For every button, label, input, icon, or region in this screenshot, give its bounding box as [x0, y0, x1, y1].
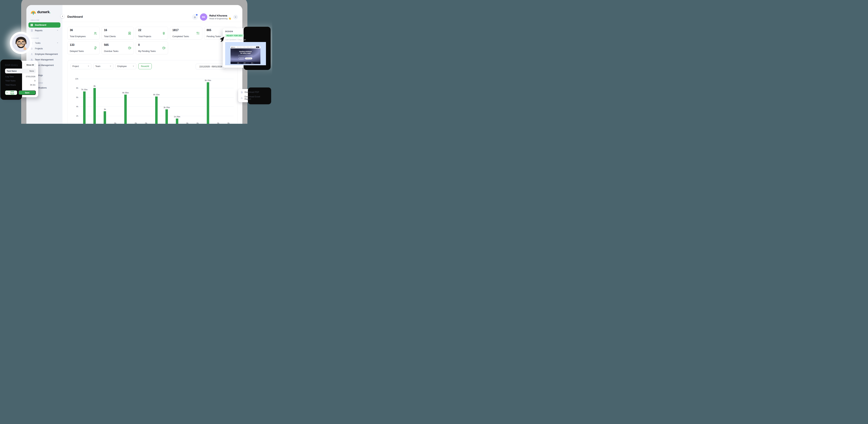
site-stat: +1000subscribed: [243, 63, 249, 64]
dsr-row: Task NameNone: [5, 69, 36, 73]
site-nav-link: Our Different: [243, 47, 246, 47]
add-task-button[interactable]: Add Task: [5, 90, 17, 95]
dsr-row-key: Total Hours: [5, 84, 16, 86]
chart-panel: Project Team Employee ResetAll 22/12/202…: [67, 60, 238, 124]
stat-card-total-employees[interactable]: 36Total Employees: [67, 27, 100, 39]
app-logo: dunwrk.: [30, 9, 62, 15]
layers-icon: [162, 31, 166, 35]
last-updated-text: Last Updated 2 Days Ago: [225, 38, 266, 41]
sidebar-item-tasks[interactable]: Tasks: [28, 40, 60, 46]
stat-value: 16: [104, 29, 131, 32]
bar-value-label: 7h 15m: [78, 89, 90, 91]
bar-2025-12-30[interactable]: [165, 109, 168, 124]
stat-card-overdue-tasks[interactable]: 565Overdue Tasks: [101, 41, 134, 54]
sidebar-item-label: Tasks: [35, 42, 40, 44]
bar-2025-12-26[interactable]: [124, 95, 127, 124]
stat-card-delayed-tasks[interactable]: 133Delayed Tasks: [67, 41, 100, 54]
date-range-field[interactable]: 22/12/2025 - 05/01/2026: [196, 64, 226, 69]
site-nav-link: Newsletter: [250, 47, 253, 47]
popup-tag: DESIGN: [225, 30, 266, 32]
show-all-button[interactable]: Show All: [25, 63, 36, 67]
reset-all-button[interactable]: ResetAll: [138, 63, 152, 69]
stat-card-my-pending-tasks[interactable]: 0My Pending Tasks: [136, 41, 168, 54]
download-pdf-menu-item[interactable]: Download PDF: [241, 91, 267, 93]
grid-icon: [30, 24, 33, 26]
notifications-bell-button[interactable]: [192, 14, 198, 20]
dsr-title: DSR Entry: [5, 64, 18, 66]
filter-team[interactable]: Team: [93, 63, 113, 69]
gridline: [79, 88, 234, 88]
stat-label: Total Projects: [138, 35, 151, 38]
stat-value: 133: [70, 43, 97, 46]
main-header: Dashboard RK Rahul Khurana Head of Engin…: [62, 5, 242, 22]
logo-icon: [30, 9, 36, 15]
site-nav-link: Features: [240, 47, 242, 47]
sidebar-item-employee-management[interactable]: Employee Management: [28, 52, 60, 57]
page-backdrop: dunwrk. ANALYZEDashboardReportsMANAGETas…: [0, 0, 272, 124]
download-excel-report-menu-item[interactable]: Download Excel Report: [241, 95, 267, 100]
bar-value-label: 6h 10m: [150, 94, 162, 96]
clockalert-icon: [162, 46, 166, 50]
bar-2025-12-22[interactable]: [83, 92, 86, 124]
fileclock-icon: [94, 46, 97, 50]
bar-value-label: 0h: [109, 122, 121, 124]
sidebar-section-label: ANALYZE: [31, 19, 62, 21]
stat-card-total-clients[interactable]: 16Total Clients: [101, 27, 134, 39]
site-navbar: Luhost HomeFeaturesOur DifferentSubscrib…: [230, 46, 260, 48]
user-menu-chevron[interactable]: [233, 15, 238, 19]
user-role: Head of Engineering 👋: [209, 17, 231, 20]
notification-dot: [196, 14, 197, 15]
y-axis-label: 6h: [71, 96, 78, 98]
stat-label: Delayed Tasks: [70, 50, 84, 53]
sidebar-collapse-button[interactable]: [61, 14, 64, 18]
chevron-down-icon: [110, 65, 112, 67]
site-stats-bar: +900users+1000subscribed910good: [230, 62, 260, 64]
filter-employee[interactable]: Employee: [116, 63, 136, 69]
design-thumbnail[interactable]: Luhost HomeFeaturesOur DifferentSubscrib…: [225, 42, 266, 65]
checklist-icon: [196, 31, 200, 35]
users2-icon: [94, 31, 97, 35]
wave-emoji: 👋: [228, 17, 231, 20]
stat-value: 22: [138, 29, 166, 32]
sidebar-item-label: Team Management: [35, 59, 54, 61]
idcard-icon: [128, 31, 131, 35]
stat-label: My Pending Tasks: [138, 50, 156, 53]
filter-project[interactable]: Project: [70, 63, 91, 69]
dsr-row: Log Time07/01/2026: [5, 75, 36, 77]
stat-value: 36: [70, 29, 97, 32]
menu-item-label: Download PDF: [245, 91, 259, 93]
dsr-row-value: 07/01/2026: [26, 75, 35, 77]
bar-value-label: 0h: [222, 122, 235, 124]
file-icon: [241, 91, 243, 93]
y-axis-label: 4h: [71, 105, 78, 108]
bar-2025-12-29[interactable]: [155, 97, 158, 124]
site-hero: Hosting solutionsfor every need web host…: [230, 48, 260, 62]
bar-2025-12-24[interactable]: [104, 111, 106, 124]
user-name: Rahul Khurana: [209, 14, 231, 17]
sidebar-item-dashboard[interactable]: Dashboard: [28, 22, 60, 28]
sidebar-item-label: Projects: [35, 47, 43, 50]
bar-2026-01-03[interactable]: [207, 82, 209, 124]
user-icon: [30, 53, 33, 56]
stat-card-total-projects[interactable]: 22Total Projects: [136, 27, 168, 39]
bar-2025-12-23[interactable]: [93, 88, 96, 124]
dsr-row: Total Hours0h 0m: [5, 84, 36, 86]
user-avatar[interactable]: RK: [200, 13, 207, 21]
page-title: Dashboard: [67, 15, 83, 19]
dsr-row-key: Total Tasks: [5, 80, 16, 82]
clockalert-icon: [128, 46, 131, 50]
floating-avatar: [10, 32, 32, 54]
dsr-row: Total Tasks0: [5, 80, 36, 82]
design-popup: DESIGN READY FOR DEV Last Updated 2 Days…: [223, 28, 268, 68]
plus-icon: [6, 92, 8, 94]
bar-2025-12-31[interactable]: [176, 119, 178, 124]
sidebar-item-reports[interactable]: Reports: [28, 28, 60, 33]
y-axis-label: 10h: [71, 78, 78, 80]
site-nav-link: Subscribe: [247, 47, 249, 47]
save-button[interactable]: Save: [19, 90, 36, 95]
stat-card-completed-tasks[interactable]: 1817Completed Tasks: [170, 27, 202, 39]
site-stat: 910good: [251, 63, 254, 64]
site-stat: +900users: [237, 63, 241, 64]
sidebar-item-projects[interactable]: Projects: [28, 46, 60, 51]
dsr-rows: Task NameNoneLog Time07/01/2026Total Tas…: [5, 69, 36, 86]
